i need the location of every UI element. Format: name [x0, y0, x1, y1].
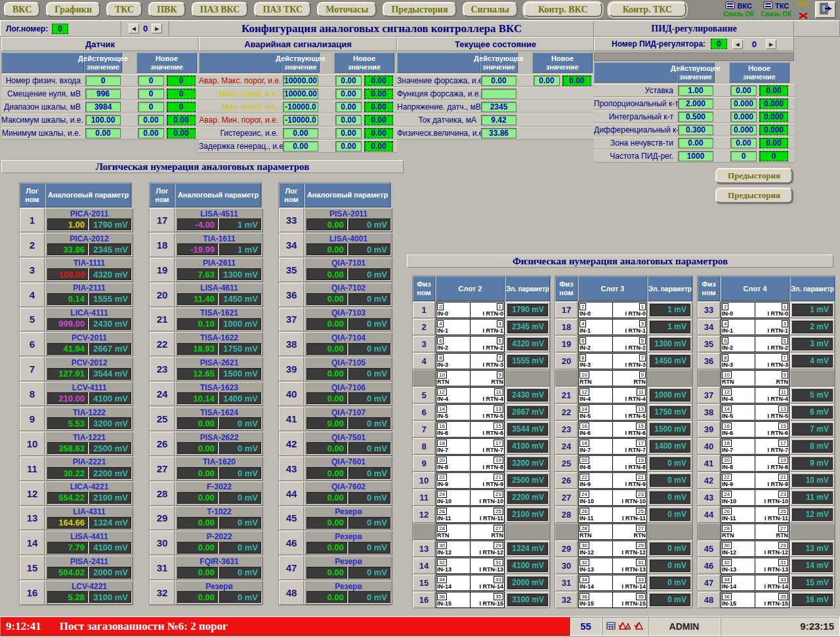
alarm-toolbar[interactable]	[602, 617, 648, 636]
pid-spinner-left-button[interactable]: ◄	[732, 39, 743, 49]
new-value-field[interactable]: 0	[138, 89, 164, 99]
new-value-entry[interactable]: 0.00	[562, 75, 591, 86]
toolbar-button-Сигналы[interactable]: Сигналы	[463, 2, 518, 17]
session-key-stack[interactable]	[798, 0, 808, 22]
new-value-field[interactable]: 0.00	[335, 128, 362, 138]
acting-value-field[interactable]: 0.300	[678, 125, 713, 135]
pid-regulator-field[interactable]: 0	[711, 39, 727, 49]
acting-value-field[interactable]: 3984	[85, 102, 120, 112]
acting-value-field[interactable]: 1000	[678, 151, 713, 161]
new-value-entry[interactable]: 0.00	[167, 115, 196, 125]
new-value-field[interactable]: 0.00	[534, 75, 560, 86]
new-value-field[interactable]: 0.00	[335, 115, 362, 125]
phys-num: 46	[698, 558, 720, 574]
new-value-entry[interactable]: 0.00	[364, 128, 393, 138]
acting-value-field[interactable]: 9.42	[481, 115, 516, 125]
pin-number: 24	[437, 491, 447, 498]
new-value-field[interactable]: 0.00	[335, 141, 362, 152]
mv-display: 3 mV	[792, 338, 833, 350]
new-value-entry[interactable]: 0.00	[364, 141, 393, 152]
pin-left: 36IN-15	[579, 592, 613, 607]
new-value-entry[interactable]: 0.00	[759, 85, 788, 96]
spinner-left-button[interactable]: ◄	[129, 24, 139, 33]
acting-value-field[interactable]: 10000.00	[283, 75, 318, 86]
log-number-field[interactable]: 0	[52, 24, 68, 34]
new-value-field[interactable]: 0.00	[730, 138, 757, 148]
new-value-field[interactable]: 0.000	[730, 112, 757, 122]
acting-value-field[interactable]: 10000.00	[283, 89, 318, 99]
acting-value-field[interactable]: 0	[85, 75, 120, 86]
log-num: 12	[20, 482, 45, 506]
acting-value-field[interactable]	[481, 89, 516, 99]
toolbar-button-Контр. ТКС[interactable]: Контр. ТКС	[608, 2, 687, 17]
new-value-field[interactable]: 0.00	[335, 102, 362, 112]
new-value-field[interactable]: 0.00	[730, 85, 757, 96]
param-mv-display: 0 mV	[348, 268, 390, 280]
acting-value-field[interactable]: 33.86	[481, 128, 516, 138]
acting-value-field[interactable]: 0.00	[283, 128, 318, 138]
param-name: TIA-1111	[47, 259, 131, 268]
acting-value-field[interactable]: 0.00	[85, 128, 120, 138]
new-value-entry[interactable]: 0	[167, 75, 196, 86]
new-value-field[interactable]: 0	[138, 102, 164, 112]
new-value-field[interactable]: 0	[730, 151, 757, 161]
exit-button[interactable]	[815, 1, 836, 18]
new-value-field[interactable]: 0.000	[730, 125, 757, 135]
history-button-2[interactable]: Предыстория	[715, 188, 793, 203]
new-value-field[interactable]: 0	[138, 75, 164, 86]
toolbar-button-ПАЗ ВКС[interactable]: ПАЗ ВКС	[192, 2, 249, 17]
new-value-entry[interactable]: 0	[759, 151, 788, 161]
pin-label: I RTN-7	[483, 447, 504, 453]
pin-number: 29	[778, 542, 788, 549]
toolbar-button-ПАЗ ТКС[interactable]: ПАЗ ТКС	[254, 2, 311, 17]
toolbar-button-Моточасы[interactable]: Моточасы	[317, 2, 377, 17]
param-values: 358.632500 mV	[47, 442, 131, 454]
acting-value-field[interactable]: 0.00	[678, 138, 713, 148]
acting-value-field[interactable]: 2.000	[678, 98, 713, 109]
acting-value-field[interactable]: 0.00	[481, 75, 516, 86]
toolbar-button-ВКС[interactable]: ВКС	[4, 2, 40, 17]
pid-spinner-right-button[interactable]: ►	[766, 39, 776, 49]
mv-cell: 1324 mV	[505, 541, 550, 557]
acting-value-field[interactable]: 996	[85, 89, 120, 99]
new-value-entry[interactable]: 0	[167, 102, 196, 112]
acting-value-field[interactable]: -10000.0	[283, 115, 318, 125]
new-value-entry[interactable]: 0	[167, 89, 196, 99]
new-value-entry[interactable]: 0.000	[759, 112, 788, 122]
alarm-message-bar[interactable]: 9:12:41 Пост загазованности №6: 2 порог	[0, 617, 570, 636]
new-value-entry[interactable]: 0.00	[364, 75, 393, 86]
new-value-entry[interactable]: 0.00	[364, 115, 393, 125]
new-value-field[interactable]: 0.00	[138, 115, 164, 125]
new-value-entry[interactable]: 0.000	[759, 98, 788, 109]
new-value-entry[interactable]: 0.000	[759, 125, 788, 135]
mv-display: 8 mV	[792, 440, 833, 452]
spinner-right-button[interactable]: ►	[152, 24, 162, 33]
toolbar-button-Графики[interactable]: Графики	[46, 2, 100, 17]
acting-value-field[interactable]: 0.00	[283, 141, 318, 152]
acting-value-field[interactable]: -10000.0	[283, 102, 318, 112]
acting-value-field[interactable]: 1.00	[678, 85, 713, 96]
pin-cell: 4IN-13I RTN-1	[578, 319, 647, 335]
physical-row: 4324IN-1023I RTN-1011 mV	[698, 489, 835, 506]
param-values: 18.931750 mV	[177, 343, 261, 355]
new-value-cell: 0.00	[334, 114, 363, 126]
new-value-entry[interactable]: 0.00	[759, 138, 788, 148]
new-value-field[interactable]: 0.00	[335, 89, 362, 99]
new-value-entry[interactable]: 0.00	[167, 128, 196, 138]
new-value-field[interactable]: 0.000	[730, 98, 757, 109]
history-button-1[interactable]: Предыстория	[715, 168, 793, 184]
toolbar-button-Предыстория[interactable]: Предыстория	[383, 2, 456, 17]
new-value-field[interactable]: 0.00	[138, 128, 164, 138]
new-value-field[interactable]: 0.00	[335, 75, 362, 86]
phys-num	[413, 524, 435, 540]
acting-value-field[interactable]: 0.500	[678, 112, 713, 122]
logical-row: 4PIA-21110.141555 mV	[20, 283, 133, 307]
toolbar-button-ПВК[interactable]: ПВК	[148, 2, 185, 17]
new-value-entry[interactable]: 0.00	[364, 89, 393, 99]
toolbar-button-ТКС[interactable]: ТКС	[106, 2, 142, 17]
acting-value-field[interactable]: 2345	[481, 102, 516, 112]
toolbar-button-Контр. ВКС[interactable]: Контр. ВКС	[524, 2, 602, 17]
new-value-entry[interactable]: 0.00	[364, 102, 393, 112]
param-cell: TISA-162310.141400 mV	[175, 382, 263, 406]
acting-value-field[interactable]: 100.00	[85, 115, 120, 125]
